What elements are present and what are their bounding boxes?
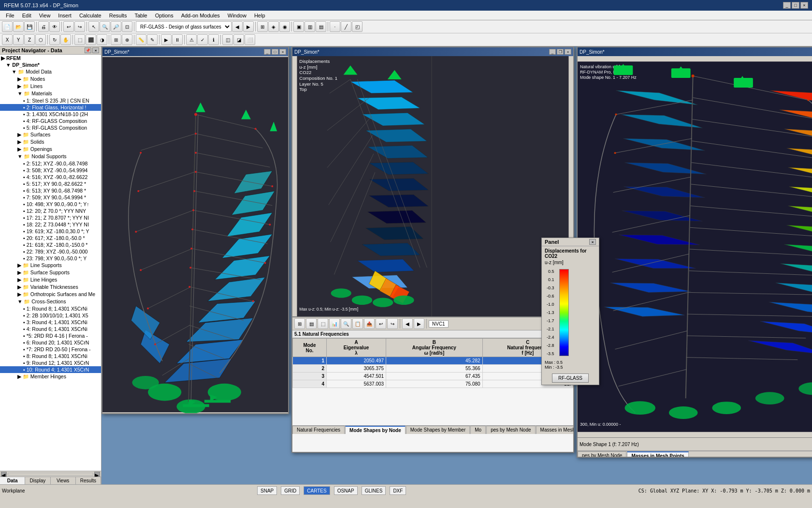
nav-line-supports[interactable]: ▶ 📁 Line Supports [0, 262, 101, 269]
tb-redo[interactable]: ↪ [74, 21, 85, 32]
mdi-titlebar-3[interactable]: DP_Simon* _ ❐ × [578, 47, 812, 56]
tb-render[interactable]: ◈ [268, 21, 279, 32]
rt-btn6[interactable]: 📋 [352, 318, 363, 329]
nav-cs-2[interactable]: ▪ 2: 2B 100/10/10; 1.4301 X5 [0, 312, 101, 319]
nav-solids[interactable]: ▶ 📁 Solids [0, 138, 101, 146]
nav-mat-2[interactable]: ▪ 2: Float Glass, Horizontal ! [0, 104, 101, 111]
nvc-label[interactable]: NVC1 [429, 320, 449, 328]
tb-grid[interactable]: ⊞ [111, 34, 121, 45]
status-grid[interactable]: GRID [281, 486, 300, 495]
rt-btn3[interactable]: ⬚ [318, 318, 328, 329]
tb-zoom-in[interactable]: 🔍 [100, 21, 110, 32]
nav-ns-22[interactable]: ▪ 22: 789; XYZ -90.0,-50.000 [0, 248, 101, 255]
nav-tab-display[interactable]: Display [25, 477, 50, 484]
tb-annot[interactable]: ✎ [147, 34, 158, 45]
tab-mesh-node[interactable]: pes by Mesh Node [486, 426, 535, 434]
nav-ns-5[interactable]: ▪ 5: 517; XY 90.0,-82.6622 * [0, 180, 101, 187]
menu-file[interactable]: File [2, 11, 18, 20]
addon-dropdown[interactable]: RF-GLASS - Design of glass surfaces [136, 21, 232, 32]
tb-calc2[interactable]: ⏸ [172, 34, 183, 45]
menu-table[interactable]: Table [130, 11, 151, 20]
tab-w3-masses-mesh[interactable]: Masses in Mesh Points [627, 451, 688, 457]
table-row-1[interactable]: 1 2050.497 45.282 7. [293, 357, 573, 365]
nav-cs-1[interactable]: ▪ 1: Round 8; 1.4301 X5CrNi [0, 305, 101, 312]
tb-display[interactable]: ⊞ [257, 21, 268, 32]
tb-wire[interactable]: ⬚ [74, 34, 85, 45]
mdi-min-2[interactable]: _ [549, 49, 556, 55]
mdi-min-1[interactable]: _ [264, 49, 271, 55]
results-table-container[interactable]: ModeNo. AEigenvalueλ BAngular Frequencyω… [292, 338, 573, 425]
col-header-a[interactable]: AEigenvalueλ [326, 339, 386, 357]
tb-yview[interactable]: Y [13, 34, 24, 45]
menu-help[interactable]: Help [250, 11, 269, 20]
tb-view3[interactable]: ▤ [316, 21, 326, 32]
nav-lines[interactable]: ▶ 📁 Lines [0, 83, 101, 90]
tab-masses-mesh[interactable]: Masses in Mesh Points [536, 426, 573, 434]
nav-ns-23[interactable]: ▪ 23: 798; XY 90.0,-50.0 *; Y [0, 255, 101, 262]
menu-results[interactable]: Results [105, 11, 131, 20]
tb-nodes[interactable]: · [330, 21, 340, 32]
nav-line-hinges[interactable]: ▶ 📁 Line Hinges [0, 276, 101, 284]
nav-scroll-right[interactable]: ▶ [94, 472, 100, 477]
nav-cs-7[interactable]: ▪ *7: 2RD RD 20-50 | Ferona - [0, 346, 101, 353]
nav-ns-3[interactable]: ▪ 3: 508; XYZ -90.0,-54.9994 [0, 167, 101, 174]
tb-pan[interactable]: ✋ [60, 34, 71, 45]
tb-iso[interactable]: ⬡ [35, 34, 46, 45]
nav-ns-2[interactable]: ▪ 2: 512; XYZ -90.0,-68.7498 [0, 160, 101, 167]
nav-ortho[interactable]: ▶ 📁 Orthotropic Surfaces and Me [0, 291, 101, 298]
col-header-b[interactable]: BAngular Frequencyω [rad/s] [386, 339, 483, 357]
tb-save[interactable]: 💾 [24, 21, 35, 32]
nav-mat-1[interactable]: ▪ 1: Steel S 235 JR | CSN EN [0, 97, 101, 104]
tb-extra1[interactable]: ◫ [222, 34, 233, 45]
nav-materials[interactable]: ▼ 📁 Materials [0, 90, 101, 97]
rt-btn8[interactable]: ↩ [376, 318, 386, 329]
nav-ns-20[interactable]: ▪ 20: 617; XZ -180.0,-50.0 * [0, 235, 101, 241]
nav-ns-18[interactable]: ▪ 18: 22; Z 73.0448 *; YYY NI [0, 221, 101, 228]
tb-snap[interactable]: ⊕ [122, 34, 132, 45]
panel-close-btn[interactable]: × [589, 239, 596, 245]
tb-print[interactable]: 🖨 [38, 21, 49, 32]
mdi-close-1[interactable]: × [279, 49, 286, 55]
nav-cs-3[interactable]: ▪ 3: Round 4; 1.4301 X5CrNi [0, 319, 101, 326]
tb-undo[interactable]: ↩ [63, 21, 74, 32]
tb-zview[interactable]: Z [24, 34, 35, 45]
nav-tab-views[interactable]: Views [51, 477, 76, 484]
tab-natural-freq[interactable]: Natural Frequencies [292, 426, 345, 434]
tab-w3-mesh-node[interactable]: pes by Mesh Node [578, 451, 626, 457]
tb-view2[interactable]: ▥ [304, 21, 315, 32]
tab-mode-shapes-member[interactable]: Mode Shapes by Member [406, 426, 470, 434]
tb-view1[interactable]: ▣ [293, 21, 304, 32]
rt-btn1[interactable]: ⊞ [294, 318, 305, 329]
status-osnap[interactable]: OSNAP [334, 486, 358, 495]
tb-xview[interactable]: X [2, 34, 13, 45]
nav-ns-10[interactable]: ▪ 10: 498; XY 90.0,-90.0 *; Y↑ [0, 201, 101, 208]
nav-surfaces[interactable]: ▶ 📁 Surfaces [0, 131, 101, 138]
mdi-restore-2[interactable]: ❐ [557, 49, 564, 55]
nav-nodes[interactable]: ▶ 📁 Nodes [0, 75, 101, 83]
nav-mat-4[interactable]: ▪ 4: RF-GLASS Composition [0, 118, 101, 124]
nav-openings[interactable]: ▶ 📁 Openings [0, 146, 101, 153]
title-bar-controls[interactable]: _ □ × [783, 2, 808, 9]
close-btn[interactable]: × [800, 2, 808, 9]
nav-tab-data[interactable]: Data [0, 477, 25, 484]
rf-glass-button[interactable]: RF-GLASS [552, 374, 589, 383]
table-row-3[interactable]: 3 4547.501 67.435 10. [293, 373, 573, 380]
nav-cs-6[interactable]: ▪ 6: Round 20; 1.4301 X5CrN [0, 339, 101, 346]
nav-cs-9[interactable]: ▪ 9: Round 12; 1.4301 X5CrN [0, 359, 101, 366]
menu-edit[interactable]: Edit [18, 11, 35, 20]
nav-ns-21[interactable]: ▪ 21: 618; XZ -180.0,-150.0 * [0, 241, 101, 248]
mdi-close-2[interactable]: × [565, 49, 571, 55]
tb-rotate[interactable]: ↻ [49, 34, 60, 45]
nav-cross-sections[interactable]: ▼ 📁 Cross-Sections [0, 298, 101, 305]
tb-meas[interactable]: 📏 [136, 34, 146, 45]
tb-select[interactable]: ↖ [88, 21, 99, 32]
nav-model-data[interactable]: ▼ 📁 Model Data [0, 68, 101, 75]
status-snap[interactable]: SNAP [257, 486, 277, 495]
status-cartes[interactable]: CARTES [304, 486, 330, 495]
tb-open[interactable]: 📂 [13, 21, 24, 32]
rt-btn10[interactable]: ◀ [402, 318, 413, 329]
maximize-btn[interactable]: □ [792, 2, 799, 9]
nav-scroll-left[interactable]: ◀ [1, 472, 7, 477]
status-dxf[interactable]: DXF [390, 486, 406, 495]
tb-nav-prev[interactable]: ◀ [232, 21, 243, 32]
